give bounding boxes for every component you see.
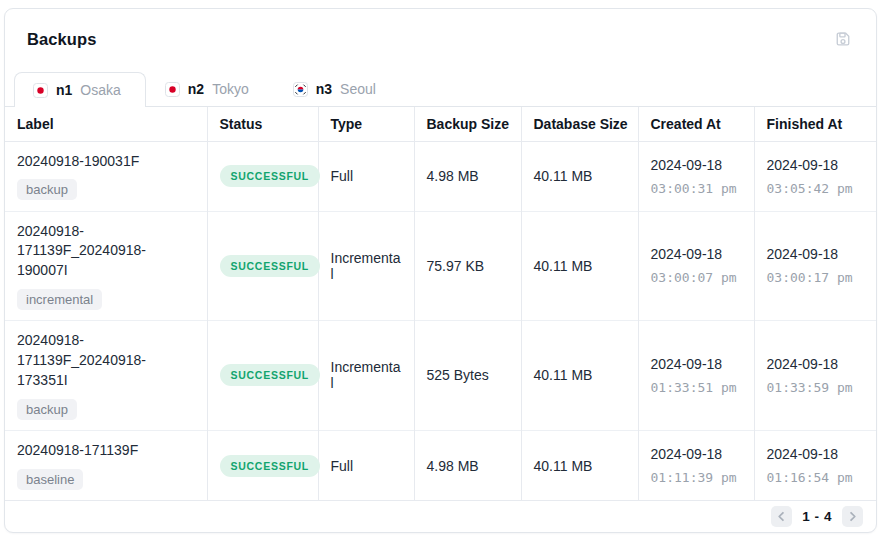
status-cell: SUCCESSFUL (207, 321, 318, 431)
database-size-cell: 40.11 MB (521, 430, 638, 500)
node-tabs: n1 Osaka n2 Tokyo (5, 71, 876, 106)
status-cell: SUCCESSFUL (207, 430, 318, 500)
tab-n1-osaka[interactable]: n1 Osaka (14, 72, 146, 107)
save-icon (834, 36, 852, 51)
created-date: 2024-09-18 (651, 446, 742, 462)
south-korea-flag-icon (293, 82, 308, 97)
chevron-right-icon (847, 511, 858, 522)
finished-at-cell: 2024-09-18 01:16:54 pm (754, 430, 877, 500)
column-header-database-size: Database Size (521, 107, 638, 141)
created-time: 03:00:07 pm (651, 270, 742, 285)
tab-n3-seoul[interactable]: n3 Seoul (274, 71, 401, 106)
next-page-button[interactable] (842, 506, 863, 527)
finished-time: 03:05:42 pm (767, 181, 867, 196)
chevron-left-icon (776, 511, 787, 522)
type-cell: Incremental (318, 211, 414, 321)
database-size-cell: 40.11 MB (521, 141, 638, 211)
pagination: 1 - 4 (5, 500, 876, 532)
column-header-label: Label (5, 107, 207, 141)
backup-tag: backup (17, 399, 77, 420)
created-time: 01:33:51 pm (651, 380, 742, 395)
backup-size-cell: 525 Bytes (414, 321, 521, 431)
created-at-cell: 2024-09-18 03:00:07 pm (638, 211, 754, 321)
table-row: 20240918-171139F_20240918-173351I backup… (5, 321, 877, 431)
label-cell: 20240918-171139F_20240918-173351I backup (5, 321, 207, 431)
label-cell: 20240918-171139F baseline (5, 430, 207, 500)
backup-tag: baseline (17, 469, 83, 490)
table-row: 20240918-171139F_20240918-190007I increm… (5, 211, 877, 321)
backup-label: 20240918-171139F_20240918-173351I (17, 331, 195, 391)
finished-at-cell: 2024-09-18 03:05:42 pm (754, 141, 877, 211)
type-cell: Incremental (318, 321, 414, 431)
column-header-type: Type (318, 107, 414, 141)
database-size-cell: 40.11 MB (521, 211, 638, 321)
backup-label: 20240918-190031F (17, 152, 195, 172)
backups-card: Backups n1 Osaka (4, 8, 877, 533)
label-cell: 20240918-190031F backup (5, 141, 207, 211)
tab-city-label: Osaka (80, 82, 120, 98)
created-at-cell: 2024-09-18 01:11:39 pm (638, 430, 754, 500)
finished-date: 2024-09-18 (767, 246, 867, 262)
database-size-cell: 40.11 MB (521, 321, 638, 431)
created-date: 2024-09-18 (651, 356, 742, 372)
finished-time: 01:33:59 pm (767, 380, 867, 395)
column-header-status: Status (207, 107, 318, 141)
status-badge: SUCCESSFUL (220, 255, 321, 277)
status-cell: SUCCESSFUL (207, 141, 318, 211)
created-at-cell: 2024-09-18 03:00:31 pm (638, 141, 754, 211)
save-button[interactable] (832, 28, 854, 50)
page-range: 1 - 4 (802, 509, 832, 524)
finished-date: 2024-09-18 (767, 356, 867, 372)
created-date: 2024-09-18 (651, 246, 742, 262)
backup-size-cell: 4.98 MB (414, 430, 521, 500)
label-cell: 20240918-171139F_20240918-190007I increm… (5, 211, 207, 321)
japan-flag-icon (165, 82, 180, 97)
japan-flag-icon (33, 83, 48, 98)
type-cell: Full (318, 430, 414, 500)
status-badge: SUCCESSFUL (220, 455, 321, 477)
finished-date: 2024-09-18 (767, 157, 867, 173)
created-time: 01:11:39 pm (651, 470, 742, 485)
status-badge: SUCCESSFUL (220, 165, 321, 187)
column-header-finished-at: Finished At (754, 107, 877, 141)
backup-size-cell: 4.98 MB (414, 141, 521, 211)
created-date: 2024-09-18 (651, 157, 742, 173)
tab-n2-tokyo[interactable]: n2 Tokyo (146, 71, 274, 106)
tab-city-label: Seoul (340, 81, 376, 97)
backup-tag: incremental (17, 289, 102, 310)
tab-city-label: Tokyo (212, 81, 249, 97)
card-header: Backups (5, 9, 876, 50)
tab-node-label: n1 (56, 82, 72, 98)
column-header-created-at: Created At (638, 107, 754, 141)
finished-at-cell: 2024-09-18 01:33:59 pm (754, 321, 877, 431)
created-at-cell: 2024-09-18 01:33:51 pm (638, 321, 754, 431)
backup-size-cell: 75.97 KB (414, 211, 521, 321)
finished-time: 01:16:54 pm (767, 470, 867, 485)
table-header-row: Label Status Type Backup Size Database S… (5, 107, 877, 141)
page-title: Backups (27, 30, 96, 49)
prev-page-button[interactable] (771, 506, 792, 527)
type-cell: Full (318, 141, 414, 211)
status-cell: SUCCESSFUL (207, 211, 318, 321)
finished-at-cell: 2024-09-18 03:00:17 pm (754, 211, 877, 321)
tab-node-label: n2 (188, 81, 204, 97)
table-row: 20240918-171139F baseline SUCCESSFUL Ful… (5, 430, 877, 500)
backup-label: 20240918-171139F (17, 441, 195, 461)
backup-tag: backup (17, 179, 77, 200)
created-time: 03:00:31 pm (651, 181, 742, 196)
column-header-backup-size: Backup Size (414, 107, 521, 141)
backups-table: Label Status Type Backup Size Database S… (5, 106, 876, 500)
finished-time: 03:00:17 pm (767, 270, 867, 285)
tab-node-label: n3 (316, 81, 332, 97)
backup-label: 20240918-171139F_20240918-190007I (17, 222, 195, 282)
table-row: 20240918-190031F backup SUCCESSFUL Full … (5, 141, 877, 211)
status-badge: SUCCESSFUL (220, 364, 321, 386)
finished-date: 2024-09-18 (767, 446, 867, 462)
